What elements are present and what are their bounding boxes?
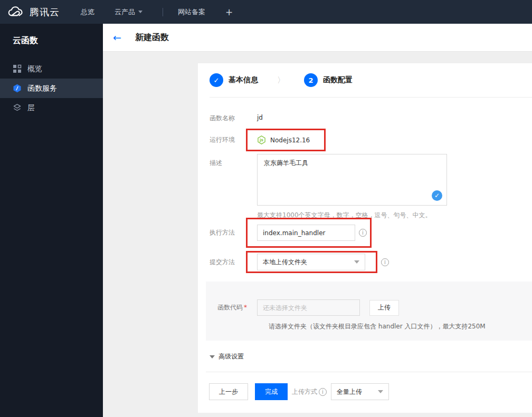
brand[interactable]: 腾讯云: [7, 6, 60, 18]
nav-icp-record[interactable]: 网站备案: [178, 7, 205, 17]
top-menu: 总览 云产品 网站备案 +: [81, 7, 233, 17]
nav-cloud-products-label: 云产品: [115, 7, 135, 17]
sidebar-item-overview[interactable]: 概览: [0, 59, 103, 79]
upload-mode-info-icon[interactable]: i: [319, 388, 327, 396]
step2-number: 2: [304, 73, 318, 87]
page-header: ← 新建函数: [103, 24, 532, 52]
submit-method-select[interactable]: 本地上传文件夹: [257, 254, 365, 270]
description-label: 描述: [210, 154, 257, 206]
tencent-cloud-logo-icon: [7, 6, 25, 18]
function-name-row: 函数名称 jd: [210, 114, 532, 123]
upload-mode-label: 上传方式 i: [292, 387, 327, 396]
advanced-settings-label: 高级设置: [218, 352, 244, 361]
step2-label: 函数配置: [323, 75, 353, 85]
finish-button[interactable]: 完成: [255, 383, 288, 400]
sidebar-item-function-service[interactable]: 函数服务: [0, 79, 103, 98]
main-content: ✓ 基本信息 〉 2 函数配置 函数名称 jd 运行环境 js: [103, 52, 532, 417]
back-arrow-icon[interactable]: ←: [113, 33, 121, 43]
nav-cloud-products[interactable]: 云产品: [115, 7, 142, 17]
top-navbar: 腾讯云 总览 云产品 网站备案 +: [0, 0, 532, 24]
annotation-box-runtime: js Nodejs12.16: [246, 129, 326, 151]
description-field-wrap: 京东薅羊毛工具 ✓: [257, 154, 447, 206]
layers-icon: [13, 103, 22, 112]
previous-step-button[interactable]: 上一步: [209, 383, 248, 400]
brand-name: 腾讯云: [30, 6, 60, 18]
valid-check-icon: ✓: [432, 190, 442, 201]
step-function-config: 2 函数配置: [304, 73, 353, 87]
sidebar-item-layers[interactable]: 层: [0, 98, 103, 118]
add-tab-button[interactable]: +: [225, 7, 233, 17]
function-code-row: 函数代码* 上传: [217, 299, 532, 316]
description-row: 描述 京东薅羊毛工具 ✓: [210, 154, 532, 206]
step-indicator: ✓ 基本信息 〉 2 函数配置: [210, 63, 532, 98]
select-caret-icon: [354, 260, 359, 264]
runtime-row: 运行环境 js Nodejs12.16: [210, 129, 532, 151]
sidebar-menu: 概览 函数服务 层: [0, 59, 103, 118]
submit-method-value: 本地上传文件夹: [263, 258, 307, 267]
submit-method-row: 提交方法 本地上传文件夹 i: [210, 251, 532, 273]
triangle-down-icon: [210, 355, 215, 358]
handler-row: 执行方法 i: [210, 218, 532, 248]
handler-info-icon[interactable]: i: [359, 229, 367, 237]
nav-divider: [163, 8, 163, 16]
sidebar-title: 云函数: [0, 24, 103, 46]
wizard-card: ✓ 基本信息 〉 2 函数配置 函数名称 jd 运行环境 js: [198, 63, 532, 413]
scf-hexagon-icon: [13, 84, 22, 93]
function-code-section: 函数代码* 上传 请选择文件夹（该文件夹根目录应包含 handler 入口文件）…: [206, 282, 532, 341]
description-textarea[interactable]: 京东薅羊毛工具: [257, 154, 447, 206]
sidebar: 云函数 概览 函数服务: [0, 24, 103, 417]
required-asterisk: *: [244, 304, 247, 311]
annotation-box-handler: i: [246, 218, 372, 248]
function-code-hint: 请选择文件夹（该文件夹根目录应包含 handler 入口文件），最大支持250M: [269, 322, 532, 331]
footer-divider: [206, 372, 532, 372]
select-caret-icon: [378, 390, 383, 393]
advanced-settings-toggle[interactable]: 高级设置: [210, 352, 532, 361]
upload-mode-value: 全量上传: [337, 387, 362, 396]
runtime-value: Nodejs12.16: [270, 137, 310, 144]
nodejs-icon-text: js: [259, 138, 264, 142]
function-name-label: 函数名称: [210, 114, 257, 123]
sidebar-item-label: 函数服务: [27, 84, 57, 93]
handler-input[interactable]: [257, 225, 355, 241]
sidebar-item-label: 概览: [27, 64, 42, 74]
sidebar-item-label: 层: [27, 103, 35, 113]
nodejs-icon: js: [257, 135, 266, 144]
footer-actions: 上一步 完成 上传方式 i 全量上传: [209, 383, 532, 400]
chevron-down-icon: [138, 11, 142, 13]
nav-overview[interactable]: 总览: [81, 7, 94, 17]
grid-icon: [13, 64, 22, 73]
step-chevron-icon: 〉: [277, 75, 285, 85]
function-name-value: jd: [257, 114, 263, 123]
step-basic-info: ✓ 基本信息: [210, 73, 258, 87]
upload-mode-select[interactable]: 全量上传: [331, 383, 389, 400]
annotation-box-submit-method: 本地上传文件夹: [246, 251, 377, 273]
submit-method-info-icon[interactable]: i: [381, 258, 389, 266]
folder-path-input: [257, 299, 360, 316]
function-code-label: 函数代码*: [217, 303, 257, 312]
step1-check-icon: ✓: [210, 73, 223, 87]
page-title: 新建函数: [135, 32, 169, 43]
upload-button[interactable]: 上传: [369, 300, 399, 316]
step1-label: 基本信息: [229, 75, 258, 85]
